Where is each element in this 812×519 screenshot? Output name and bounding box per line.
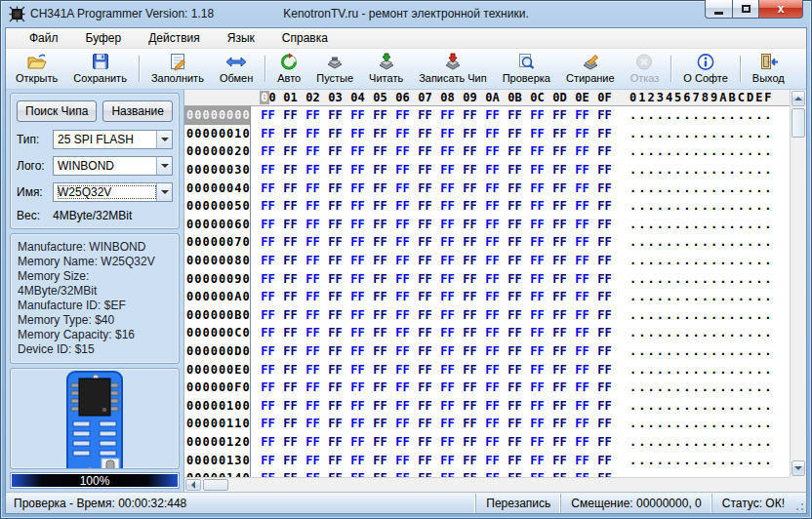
- hex-byte-cell[interactable]: FF: [302, 254, 324, 267]
- scroll-up-button[interactable]: [792, 91, 805, 106]
- hex-byte-cell[interactable]: FF: [369, 290, 391, 303]
- hex-byte-cell[interactable]: FF: [279, 344, 302, 358]
- hex-byte-cell[interactable]: FF: [481, 454, 504, 467]
- resize-grip[interactable]: [794, 493, 806, 513]
- hex-byte-cell[interactable]: FF: [302, 163, 324, 177]
- hex-byte-cell[interactable]: FF: [459, 399, 481, 413]
- menu-item-5[interactable]: Справка: [268, 29, 342, 47]
- hex-byte-cell[interactable]: FF: [279, 235, 302, 249]
- hex-byte-cell[interactable]: FF: [593, 417, 616, 430]
- hex-byte-cell[interactable]: FF: [391, 344, 414, 358]
- ascii-cell[interactable]: ................: [629, 290, 774, 303]
- save-button[interactable]: Сохранить: [65, 50, 135, 88]
- ascii-cell[interactable]: ................: [629, 199, 774, 213]
- hex-byte-cell[interactable]: FF: [526, 290, 548, 303]
- hex-byte-cell[interactable]: FF: [414, 417, 436, 430]
- hex-byte-cell[interactable]: FF: [369, 380, 391, 394]
- hex-byte-cell[interactable]: FF: [459, 326, 481, 339]
- hex-byte-cell[interactable]: FF: [302, 272, 324, 286]
- hex-byte-cell[interactable]: FF: [459, 254, 481, 267]
- hex-byte-cell[interactable]: FF: [414, 108, 436, 122]
- hex-byte-cell[interactable]: FF: [369, 199, 391, 213]
- ascii-cell[interactable]: ................: [629, 344, 774, 358]
- search-chip-button[interactable]: Поиск Чипа: [17, 100, 97, 122]
- hex-byte-cell[interactable]: FF: [257, 290, 279, 303]
- hex-byte-cell[interactable]: FF: [279, 308, 302, 322]
- ascii-cell[interactable]: ................: [629, 235, 774, 249]
- hex-byte-cell[interactable]: FF: [279, 399, 302, 413]
- hex-byte-cell[interactable]: FF: [414, 144, 436, 158]
- hex-byte-cell[interactable]: FF: [346, 326, 369, 339]
- hex-byte-cell[interactable]: FF: [436, 199, 459, 213]
- hex-byte-cell[interactable]: FF: [593, 363, 616, 377]
- hex-byte-cell[interactable]: FF: [481, 363, 504, 377]
- hex-byte-cell[interactable]: FF: [436, 272, 459, 286]
- hex-byte-cell[interactable]: FF: [504, 108, 526, 122]
- ascii-cell[interactable]: ................: [629, 108, 774, 122]
- hex-byte-cell[interactable]: FF: [548, 181, 571, 195]
- hex-byte-cell[interactable]: FF: [369, 326, 391, 339]
- hex-byte-cell[interactable]: FF: [571, 254, 593, 267]
- hex-byte-cell[interactable]: FF: [346, 380, 369, 394]
- hex-byte-cell[interactable]: FF: [346, 127, 369, 140]
- hex-byte-cell[interactable]: FF: [593, 144, 616, 158]
- hex-byte-cell[interactable]: FF: [526, 235, 548, 249]
- hex-byte-cell[interactable]: FF: [414, 454, 436, 467]
- hex-byte-cell[interactable]: FF: [571, 290, 593, 303]
- hex-byte-cell[interactable]: FF: [302, 218, 324, 231]
- hex-byte-cell[interactable]: FF: [526, 435, 548, 449]
- hex-byte-cell[interactable]: FF: [346, 181, 369, 195]
- hex-byte-cell[interactable]: FF: [481, 380, 504, 394]
- hex-byte-cell[interactable]: FF: [481, 144, 504, 158]
- hex-byte-cell[interactable]: FF: [302, 326, 324, 339]
- hex-byte-cell[interactable]: FF: [436, 108, 459, 122]
- hex-byte-cell[interactable]: FF: [504, 308, 526, 322]
- hex-byte-cell[interactable]: FF: [369, 417, 391, 430]
- scroll-left-button[interactable]: [185, 479, 201, 491]
- hex-byte-cell[interactable]: FF: [436, 218, 459, 231]
- hex-byte-cell[interactable]: FF: [257, 326, 279, 339]
- hex-byte-cell[interactable]: FF: [302, 127, 324, 140]
- hex-byte-cell[interactable]: FF: [391, 181, 414, 195]
- hex-byte-cell[interactable]: FF: [526, 308, 548, 322]
- hex-byte-cell[interactable]: FF: [324, 144, 346, 158]
- hex-byte-cell[interactable]: FF: [548, 144, 571, 158]
- hex-byte-cell[interactable]: FF: [324, 199, 346, 213]
- vertical-scroll-thumb[interactable]: [792, 108, 805, 138]
- hex-byte-cell[interactable]: FF: [571, 326, 593, 339]
- hex-byte-cell[interactable]: FF: [414, 380, 436, 394]
- hex-byte-cell[interactable]: FF: [571, 454, 593, 467]
- hex-byte-cell[interactable]: FF: [346, 199, 369, 213]
- hex-byte-cell[interactable]: FF: [279, 108, 302, 122]
- hex-byte-cell[interactable]: FF: [571, 181, 593, 195]
- hex-byte-cell[interactable]: FF: [324, 399, 346, 413]
- hex-byte-cell[interactable]: FF: [593, 380, 616, 394]
- hex-byte-cell[interactable]: FF: [279, 290, 302, 303]
- hex-byte-cell[interactable]: FF: [302, 108, 324, 122]
- hex-byte-cell[interactable]: FF: [257, 435, 279, 449]
- hex-byte-cell[interactable]: FF: [481, 308, 504, 322]
- hex-byte-cell[interactable]: FF: [571, 163, 593, 177]
- hex-byte-cell[interactable]: FF: [391, 272, 414, 286]
- hex-byte-cell[interactable]: FF: [346, 344, 369, 358]
- hex-byte-cell[interactable]: FF: [324, 380, 346, 394]
- ascii-cell[interactable]: ................: [629, 399, 774, 413]
- hex-byte-cell[interactable]: FF: [346, 417, 369, 430]
- about-button[interactable]: О Софте: [675, 50, 736, 88]
- hex-byte-cell[interactable]: FF: [593, 399, 616, 413]
- hex-byte-cell[interactable]: FF: [369, 363, 391, 377]
- hex-byte-cell[interactable]: FF: [548, 344, 571, 358]
- hex-byte-cell[interactable]: FF: [302, 308, 324, 322]
- hex-byte-cell[interactable]: FF: [436, 181, 459, 195]
- hex-byte-cell[interactable]: FF: [436, 399, 459, 413]
- hex-byte-cell[interactable]: FF: [593, 163, 616, 177]
- hex-byte-cell[interactable]: FF: [548, 290, 571, 303]
- hex-byte-cell[interactable]: FF: [526, 254, 548, 267]
- hex-byte-cell[interactable]: FF: [391, 254, 414, 267]
- hex-byte-cell[interactable]: FF: [548, 235, 571, 249]
- menu-item-3[interactable]: Действия: [135, 29, 214, 47]
- hex-byte-cell[interactable]: FF: [279, 435, 302, 449]
- hex-byte-cell[interactable]: FF: [324, 218, 346, 231]
- hex-byte-cell[interactable]: FF: [346, 435, 369, 449]
- hex-byte-cell[interactable]: FF: [481, 254, 504, 267]
